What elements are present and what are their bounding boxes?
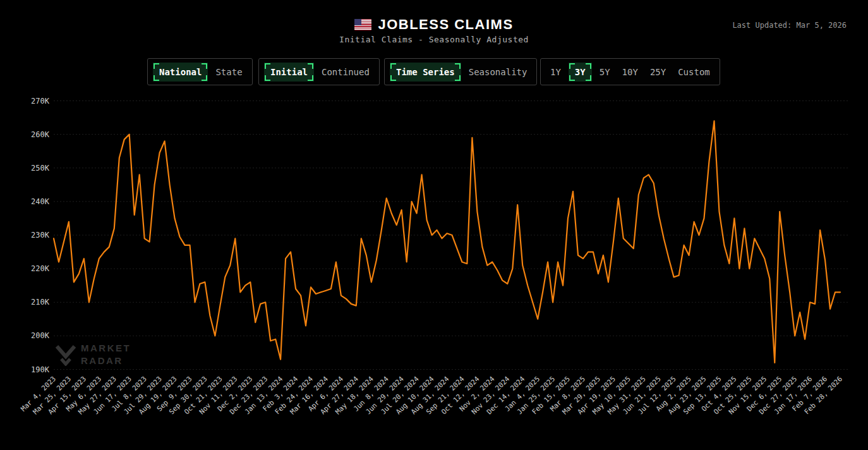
y-axis-label: 270K	[31, 97, 50, 106]
market-radar-watermark: MARKET RADAR	[56, 342, 131, 367]
y-axis-label: 250K	[31, 164, 50, 173]
market-radar-logo-icon	[56, 343, 76, 366]
watermark-line2: RADAR	[81, 355, 131, 367]
watermark-line1: MARKET	[81, 342, 131, 355]
y-axis-label: 260K	[31, 130, 50, 139]
y-axis-label: 240K	[31, 197, 50, 206]
watermark-text: MARKET RADAR	[81, 342, 131, 367]
y-axis-label: 200K	[31, 331, 50, 340]
initial-claims-line	[54, 121, 840, 363]
y-axis-label: 220K	[31, 264, 50, 273]
jobless-claims-line-chart: 190K200K210K220K230K240K250K260K270KMar …	[0, 0, 868, 450]
y-axis-label: 190K	[31, 365, 50, 374]
y-axis-label: 230K	[31, 231, 50, 240]
y-axis-label: 210K	[31, 298, 50, 307]
